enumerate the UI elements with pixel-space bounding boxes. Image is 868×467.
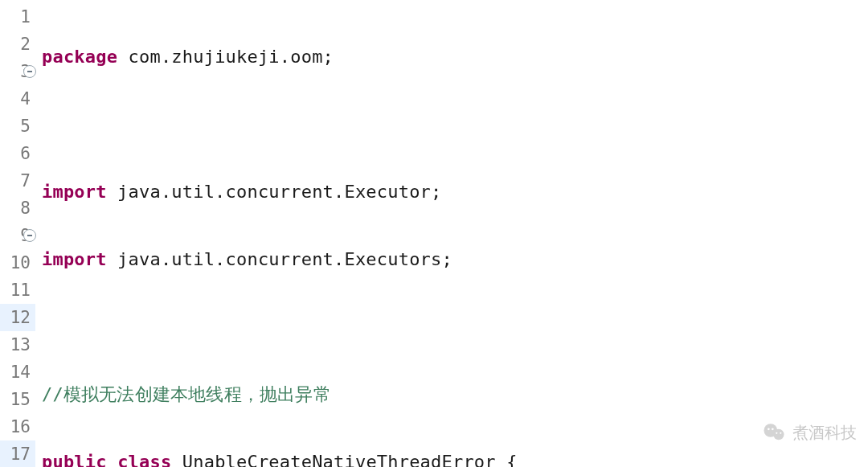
line-number: 2 xyxy=(0,31,35,58)
svg-point-5 xyxy=(780,432,781,434)
code-line[interactable]: import java.util.concurrent.Executors; xyxy=(42,246,868,273)
line-number: 9 xyxy=(0,222,35,249)
code-area[interactable]: package com.zhujiukeji.oom; import java.… xyxy=(35,0,868,467)
line-number: 11 xyxy=(0,277,35,304)
code-line[interactable]: import java.util.concurrent.Executor; xyxy=(42,178,868,206)
svg-point-4 xyxy=(776,432,777,434)
watermark-text: 煮酒科技 xyxy=(792,422,857,444)
svg-point-2 xyxy=(768,428,770,431)
line-number: 1 xyxy=(0,3,35,31)
gutter: 1 2 3 4 5 6 7 8 9 10 11 12 13 14 15 16 1… xyxy=(0,0,35,467)
line-number: 12 xyxy=(0,304,35,331)
line-number: 14 xyxy=(0,358,35,386)
line-number: 6 xyxy=(0,140,35,167)
line-number: 5 xyxy=(0,113,35,140)
line-number: 7 xyxy=(0,167,35,195)
code-line[interactable]: package com.zhujiukeji.oom; xyxy=(42,43,868,71)
fold-toggle-icon[interactable] xyxy=(23,65,36,78)
line-number: 16 xyxy=(0,413,35,440)
wechat-icon xyxy=(762,420,786,444)
code-line[interactable] xyxy=(42,111,868,138)
line-number: 17 xyxy=(0,440,35,467)
code-line[interactable]: public class UnableCreateNativeThreadErr… xyxy=(42,449,868,467)
line-number: 15 xyxy=(0,386,35,413)
line-number: 10 xyxy=(0,249,35,277)
code-editor[interactable]: 1 2 3 4 5 6 7 8 9 10 11 12 13 14 15 16 1… xyxy=(0,0,868,467)
line-number: 13 xyxy=(0,331,35,358)
code-line[interactable]: //模拟无法创建本地线程，抛出异常 xyxy=(42,381,868,408)
line-number: 3 xyxy=(0,58,35,85)
svg-point-3 xyxy=(772,428,774,431)
line-number: 4 xyxy=(0,85,35,113)
line-number: 8 xyxy=(0,195,35,222)
code-line[interactable] xyxy=(42,313,868,341)
svg-point-1 xyxy=(773,429,784,440)
watermark: 煮酒科技 xyxy=(762,420,857,444)
fold-toggle-icon[interactable] xyxy=(23,229,36,242)
